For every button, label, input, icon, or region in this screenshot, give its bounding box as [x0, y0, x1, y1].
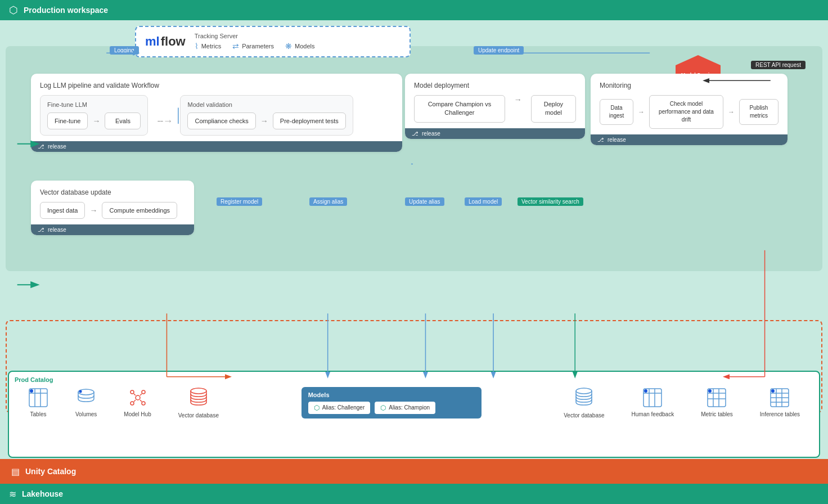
model-hub-icon	[128, 388, 148, 408]
model-hub-label: Model Hub	[124, 411, 151, 417]
svg-line-15	[134, 400, 136, 402]
champion-icon: ⬡	[380, 404, 386, 412]
models-item: ❋ Models	[285, 42, 314, 51]
vector-db-catalog-label: Vector database	[178, 412, 219, 418]
aliases-row: ⬡ Alias: Challenger ⬡ Alias: Champion	[308, 402, 475, 414]
top-header: ⬡ Production workspace	[0, 0, 828, 20]
footer-icon: ≋	[9, 489, 16, 500]
human-feedback-item: Human feedback	[623, 388, 683, 417]
svg-point-11	[130, 402, 134, 405]
dashed-separator: - - →	[157, 95, 171, 136]
pre-deployment-tests: Pre-deployment tests	[273, 112, 346, 129]
tables-item: Tables	[19, 388, 57, 417]
metric-tables-label: Metric tables	[701, 411, 733, 417]
compare-step: Compare Champion vs Challenger	[414, 95, 505, 123]
git-icon-3: ⎇	[597, 137, 604, 143]
vec-arrow: →	[89, 206, 97, 215]
bottom-footer: ≋ Lakehouse	[0, 484, 828, 504]
fine-tune-items: Fine-tune → Evals	[47, 112, 141, 129]
unity-title: Unity Catalog	[25, 467, 76, 476]
challenger-icon: ⬡	[314, 404, 320, 412]
svg-point-36	[771, 389, 775, 393]
monitor-release-bar: ⎇ release	[591, 134, 788, 145]
fine-tune-title: Fine-tune LLM	[47, 101, 141, 108]
svg-point-17	[191, 388, 206, 394]
champion-text: Alias: Champion	[389, 404, 430, 411]
svg-point-12	[142, 402, 145, 405]
inference-tables-label: Inference tables	[760, 411, 800, 417]
inference-tables-item: Inference tables	[751, 388, 809, 417]
deploy-inner: Compare Champion vs Challenger → Deploy …	[414, 95, 576, 123]
monitoring-title: Monitoring	[600, 82, 778, 89]
fine-tune-step: Fine-tune	[47, 112, 88, 129]
unity-icon: ▤	[11, 466, 20, 477]
compute-embeddings-step: Compute embeddings	[102, 202, 177, 219]
publish-metrics-step: Publish metrics	[739, 99, 778, 125]
params-icon: ⇄	[232, 42, 239, 51]
vector-similarity-label: Vector similarity search	[518, 197, 583, 206]
metrics-item: ⌇ Metrics	[195, 42, 221, 51]
human-feedback-label: Human feedback	[632, 411, 674, 417]
alias-challenger: ⬡ Alias: Challenger	[308, 402, 371, 414]
tables-icon	[28, 388, 48, 408]
inference-tables-icon	[770, 388, 790, 408]
monitoring-box: Monitoring Data ingest → Check model per…	[591, 74, 788, 145]
metrics-icon: ⌇	[195, 42, 199, 51]
model-validation-title: Model validation	[187, 101, 345, 108]
catalog-left-items: Tables Volumes	[19, 386, 228, 418]
right-vector-db-icon	[574, 386, 594, 409]
svg-line-14	[140, 394, 142, 395]
catalog-content: Tables Volumes	[15, 386, 813, 418]
header-icon: ⬡	[9, 4, 18, 16]
metric-tables-icon	[706, 388, 727, 408]
update-endpoint-label: Update endpoint	[474, 46, 524, 55]
update-alias-label: Update alias	[405, 197, 444, 206]
catalog-right-items: Vector database Human feedback	[555, 386, 809, 418]
assign-alias-label: Assign alias	[309, 197, 347, 206]
tables-label: Tables	[30, 411, 47, 417]
vector-db-catalog-item: Vector database	[169, 386, 228, 418]
model-validation-subbox: Model validation Compliance checks → Pre…	[180, 95, 353, 136]
svg-point-29	[708, 389, 712, 393]
svg-point-9	[130, 390, 134, 394]
models-icon: ❋	[285, 42, 292, 51]
metric-tables-item: Metric tables	[692, 388, 742, 417]
workflow-release-bar: ⎇ release	[31, 141, 402, 152]
vector-db-items: Ingest data → Compute embeddings	[40, 202, 185, 219]
svg-line-13	[134, 394, 136, 395]
workflow-title: Log LLM pipeline and validate Workflow	[40, 82, 393, 89]
vector-db-title: Vector database update	[40, 188, 185, 196]
check-perf-step: Check model performance and data drift	[649, 95, 723, 129]
svg-point-18	[576, 388, 592, 394]
prod-catalog-box: Prod Catalog Tables	[8, 371, 820, 458]
git-icon-1: ⎇	[38, 143, 44, 150]
monitoring-items: Data ingest → Check model performance an…	[600, 95, 778, 129]
git-icon-4: ⎇	[38, 227, 44, 233]
workflow-box: Log LLM pipeline and validate Workflow F…	[31, 74, 402, 152]
tracking-server-label: Tracking Server	[195, 33, 315, 39]
svg-line-16	[140, 400, 142, 402]
right-vector-label: Vector database	[564, 412, 604, 418]
alias-champion: ⬡ Alias: Champion	[375, 402, 435, 414]
footer-title: Lakehouse	[22, 489, 63, 498]
svg-point-10	[142, 390, 145, 394]
models-box: Models ⬡ Alias: Challenger ⬡ Alias: Cham…	[302, 387, 482, 418]
svg-point-7	[79, 390, 82, 393]
mlflow-logo: mlflow	[145, 34, 186, 49]
vector-db-box: Vector database update Ingest data → Com…	[31, 181, 194, 235]
model-deploy-box: Model deployment Compare Champion vs Cha…	[405, 74, 585, 139]
mon-arrow-2: →	[728, 108, 735, 116]
arrow-2: →	[260, 116, 268, 125]
svg-point-23	[644, 389, 647, 393]
vector-db-icon	[188, 386, 209, 409]
mlflow-tracking-box: mlflow Tracking Server ⌇ Metrics ⇄ Param…	[135, 26, 411, 57]
mon-arrow-1: →	[638, 108, 645, 116]
svg-point-8	[136, 395, 140, 400]
deploy-model-step: Deploy model	[531, 95, 576, 123]
unity-catalog-bar: ▤ Unity Catalog	[0, 459, 828, 484]
svg-point-5	[30, 389, 33, 393]
arrow-1: →	[92, 116, 100, 125]
fine-tune-subbox: Fine-tune LLM Fine-tune → Evals	[40, 95, 148, 136]
logging-label: Logging	[110, 46, 139, 55]
tracking-content: Tracking Server ⌇ Metrics ⇄ Parameters ❋…	[195, 33, 315, 51]
